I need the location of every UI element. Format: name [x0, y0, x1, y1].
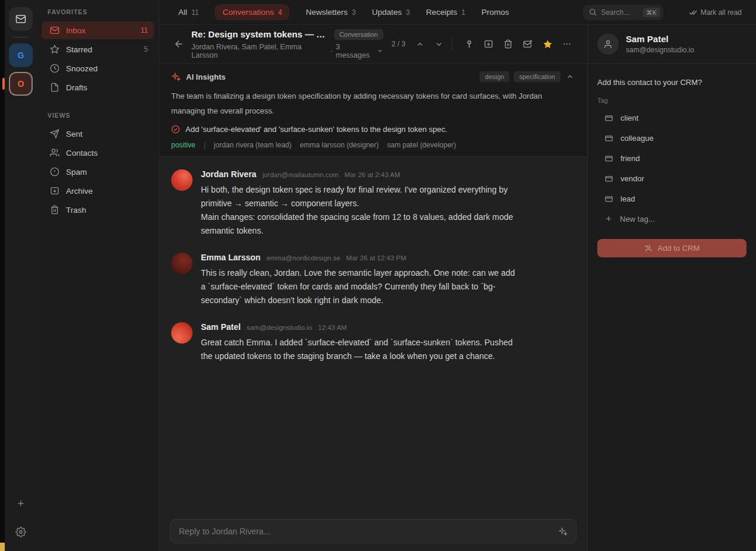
- sidebar-item-label: Starred: [66, 45, 92, 54]
- sidebar-item-snoozed[interactable]: Snoozed: [42, 59, 154, 77]
- tab-promos[interactable]: Promos: [481, 4, 509, 20]
- sidebar-item-starred[interactable]: Starred 5: [42, 40, 154, 58]
- folder-icon: [604, 134, 613, 143]
- folder-icon: [604, 114, 613, 122]
- starred-count: 5: [144, 45, 148, 53]
- message-time: Mar 26 at 12:43 PM: [346, 254, 407, 262]
- plus-icon: [16, 499, 26, 508]
- mark-all-read-button[interactable]: Mark all read: [689, 8, 742, 17]
- sidebar-item-contacts[interactable]: Contacts: [42, 144, 154, 162]
- avatar: [171, 322, 193, 344]
- settings-button[interactable]: [10, 521, 32, 543]
- chevron-up-icon: [566, 73, 574, 81]
- add-workspace-button[interactable]: [10, 493, 32, 514]
- pin-button[interactable]: [461, 36, 477, 52]
- add-to-crm-button[interactable]: Add to CRM: [597, 239, 746, 257]
- check-circle-icon: [171, 125, 180, 134]
- message-list[interactable]: Jordan Rivera jordan@mailautumn.com Mar …: [159, 157, 587, 519]
- message: Sam Patel sam@designstudio.io 12:43 AM G…: [171, 322, 575, 363]
- star-icon: [50, 45, 59, 54]
- contact-panel: Sam Patel sam@designstudio.io Add this c…: [587, 25, 756, 551]
- workspace-g-button[interactable]: G: [9, 43, 33, 67]
- contact-avatar: [597, 33, 619, 55]
- sidebar-item-label: Archive: [66, 187, 93, 196]
- workspace-rail: G O: [5, 0, 37, 551]
- tab-all[interactable]: All 11: [178, 4, 199, 20]
- ai-collapse-button[interactable]: [565, 71, 575, 82]
- crm-question: Add this contact to your CRM?: [597, 78, 746, 87]
- mail-app-button[interactable]: [9, 7, 33, 31]
- ai-compose-button[interactable]: [558, 527, 568, 536]
- sidebar-item-inbox[interactable]: Inbox 11: [42, 21, 154, 39]
- folder-sidebar: FAVORITES Inbox 11 Starred 5 Snoozed Dra…: [37, 0, 159, 551]
- ai-insights-title: AI Insights: [186, 73, 225, 81]
- thread-participants: Jordan Rivera, Sam Patel, Emma Larsson: [191, 43, 327, 59]
- rail-divider: [13, 37, 29, 37]
- message: Jordan Rivera jordan@mailautumn.com Mar …: [171, 169, 575, 238]
- archive-icon: [484, 39, 493, 49]
- back-button[interactable]: [171, 36, 187, 52]
- sidebar-item-label: Sent: [66, 130, 83, 138]
- next-thread-button[interactable]: [430, 36, 447, 52]
- star-button[interactable]: [539, 36, 556, 52]
- sidebar-item-label: Drafts: [66, 83, 87, 92]
- message-time: Mar 26 at 2:43 AM: [344, 171, 400, 178]
- tag-option-friend[interactable]: friend: [597, 148, 746, 168]
- sidebar-item-label: Spam: [66, 168, 87, 177]
- tag-option-client[interactable]: client: [597, 108, 746, 128]
- search-box[interactable]: ⌘K: [583, 5, 663, 20]
- avatar: [171, 169, 193, 191]
- more-options-button[interactable]: [559, 36, 575, 52]
- reply-input[interactable]: [179, 527, 558, 536]
- clock-icon: [50, 64, 59, 73]
- sparkles-icon: [171, 72, 181, 81]
- reply-composer: [159, 519, 587, 551]
- gear-icon: [15, 527, 26, 537]
- document-icon: [50, 83, 59, 92]
- sidebar-item-archive[interactable]: Archive: [42, 182, 154, 200]
- tab-bar: All 11 Conversations 4 Newsletters 3 Upd…: [159, 0, 756, 25]
- thread-position: 2 / 3: [392, 40, 405, 48]
- sidebar-item-label: Snoozed: [66, 64, 97, 73]
- message-paragraph: Main changes: consolidated the spacing s…: [201, 210, 518, 238]
- inbox-count: 11: [141, 26, 148, 34]
- double-check-icon: [689, 8, 697, 17]
- app-root: G O FAVORITES Inbox 11: [0, 0, 756, 551]
- search-icon: [589, 8, 597, 16]
- search-shortcut-badge: ⌘K: [643, 8, 660, 17]
- message-time: 12:43 AM: [318, 324, 347, 331]
- tab-newsletters[interactable]: Newsletters 3: [305, 4, 355, 20]
- user-plus-icon: [644, 244, 653, 253]
- chevron-up-icon: [415, 40, 424, 49]
- new-tag-button[interactable]: New tag...: [597, 209, 746, 229]
- sidebar-item-trash[interactable]: Trash: [42, 201, 154, 219]
- tag-option-vendor[interactable]: vendor: [597, 168, 746, 188]
- sidebar-item-sent[interactable]: Sent: [42, 125, 154, 143]
- message-paragraph: Hi both, the design token spec is ready …: [201, 183, 518, 210]
- folder-icon: [604, 194, 613, 203]
- tag-option-colleague[interactable]: colleague: [597, 128, 746, 148]
- archive-button[interactable]: [480, 36, 497, 52]
- workspace-o-button[interactable]: O: [9, 72, 33, 96]
- search-input[interactable]: [601, 8, 639, 17]
- tab-conversations[interactable]: Conversations 4: [215, 4, 289, 20]
- active-workspace-indicator: [2, 78, 5, 90]
- tag-option-lead[interactable]: lead: [597, 188, 746, 209]
- ellipsis-icon: [562, 39, 572, 49]
- alert-circle-icon: [50, 167, 59, 177]
- sidebar-item-drafts[interactable]: Drafts: [42, 78, 154, 96]
- contact-name: Sam Patel: [626, 34, 694, 44]
- sidebar-item-spam[interactable]: Spam: [42, 163, 154, 181]
- chevron-down-icon: [377, 48, 383, 54]
- sender-email: sam@designstudio.io: [247, 324, 312, 331]
- send-icon: [50, 129, 59, 138]
- messages-count-toggle[interactable]: 3 messages: [336, 43, 383, 59]
- delete-button[interactable]: [500, 36, 516, 52]
- sender-email: emma@nordicdesign.se: [266, 254, 340, 262]
- plus-icon: [604, 215, 613, 223]
- tab-receipts[interactable]: Receipts 1: [426, 4, 465, 20]
- tab-updates[interactable]: Updates 3: [372, 4, 410, 20]
- ai-participant: emma larsson (designer): [300, 141, 379, 149]
- mark-unread-button[interactable]: [519, 36, 536, 52]
- prev-thread-button[interactable]: [411, 36, 428, 52]
